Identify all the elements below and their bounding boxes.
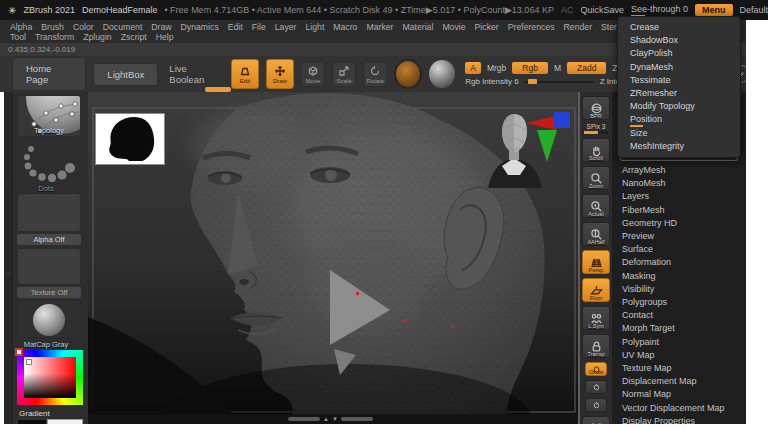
material-thumbnail[interactable]	[17, 300, 81, 338]
color-picker-sv-square[interactable]	[24, 357, 76, 398]
scrollbar-right-track[interactable]	[341, 417, 373, 421]
tool-subpalette-item[interactable]: Layers	[612, 190, 744, 203]
bpr-render-button[interactable]: BPR	[582, 96, 610, 120]
current-material-sphere[interactable]	[429, 60, 455, 88]
tool-subpalette-item[interactable]: Vector Displacement Map	[612, 402, 744, 415]
edit-mode-button[interactable]: Edit	[231, 59, 259, 89]
home-page-button[interactable]: Home Page	[12, 57, 86, 91]
solo-button[interactable]	[585, 380, 607, 394]
menu-item[interactable]: Zscript	[121, 32, 147, 42]
tool-subpalette-item[interactable]: FiberMesh	[612, 204, 744, 217]
aahalf-button[interactable]: AAHalf	[582, 222, 610, 246]
tool-subpalette-item[interactable]: Contact	[612, 309, 744, 322]
local-symmetry-button[interactable]: L.Sym	[582, 306, 610, 330]
menu-item[interactable]: Help	[156, 32, 174, 42]
scroll-up-icon[interactable]: ▲	[323, 416, 329, 422]
tool-subpalette-item[interactable]: Deformation	[612, 256, 744, 269]
tool-subpalette-item[interactable]: Texture Map	[612, 362, 744, 375]
draw-mode-button[interactable]: Draw	[266, 59, 294, 89]
menu-item[interactable]: Movie	[442, 22, 465, 32]
menu-item[interactable]: Dynamics	[181, 22, 219, 32]
menu-item[interactable]: File	[252, 22, 266, 32]
see-through-slider[interactable]: See-through 0	[631, 4, 688, 16]
zadd-toggle[interactable]: Zadd	[567, 62, 606, 74]
live-boolean-toggle[interactable]: Live Boolean	[169, 63, 220, 85]
menu-item[interactable]: Color	[73, 22, 94, 32]
document-viewport[interactable]: ▲ ▼	[88, 92, 578, 424]
stroke-type-thumbnail[interactable]	[21, 142, 77, 182]
ghost-button[interactable]: Ghost	[585, 362, 607, 376]
tool-subpalette-item[interactable]: Geometry HD	[612, 217, 744, 230]
dropdown-menu-item[interactable]: Tessimate	[618, 74, 740, 87]
z-axis-handle[interactable]	[554, 112, 570, 128]
tool-subpalette-item[interactable]: Polygroups	[612, 296, 744, 309]
menu-item[interactable]: Transform	[35, 32, 74, 42]
menu-item[interactable]: Alpha	[10, 22, 32, 32]
dropdown-menu-item[interactable]: Size	[618, 127, 740, 140]
tool-subpalette-item[interactable]: UV Map	[612, 349, 744, 362]
menu-item[interactable]: Material	[402, 22, 433, 32]
dropdown-menu-item[interactable]: Modify Topology	[618, 100, 740, 113]
tool-subpalette-item[interactable]: Visibility	[612, 283, 744, 296]
current-brush-thumbnail[interactable]: Topology	[17, 95, 81, 137]
menu-item[interactable]: Picker	[475, 22, 499, 32]
floor-button[interactable]: Floor	[582, 278, 610, 302]
alpha-thumbnail[interactable]	[17, 193, 81, 232]
dropdown-menu-item[interactable]: ShadowBox	[618, 34, 740, 47]
default-zscript-button[interactable]: DefaultZScript	[740, 5, 768, 15]
scroll-button[interactable]: Scroll	[582, 138, 610, 162]
tool-subpalette-item[interactable]: ArrayMesh	[612, 164, 744, 177]
texture-thumbnail[interactable]	[17, 248, 81, 285]
color-picker-cursor[interactable]	[26, 359, 32, 365]
menu-item[interactable]: Brush	[41, 22, 64, 32]
dynamic-view-button[interactable]	[585, 398, 607, 412]
menu-item[interactable]: Light	[305, 22, 324, 32]
rgb-intensity-slider[interactable]: Rgb Intensity 6	[465, 77, 593, 86]
perspective-button[interactable]: Persp	[582, 250, 610, 274]
menu-item[interactable]: Draw	[151, 22, 171, 32]
rgb-intensity-handle[interactable]	[528, 79, 537, 84]
zoom-button[interactable]: Zoom	[582, 166, 610, 190]
transparency-button[interactable]: Transp	[582, 334, 610, 358]
tool-subpalette-item[interactable]: Preview	[612, 230, 744, 243]
menu-item[interactable]: Marker	[366, 22, 393, 32]
menu-button[interactable]: Menu	[695, 4, 733, 16]
rgb-toggle[interactable]: Rgb	[512, 62, 548, 74]
tool-subpalette-item[interactable]: Surface	[612, 243, 744, 256]
menu-item[interactable]: Render	[564, 22, 593, 32]
axis-gizmo[interactable]	[520, 106, 576, 168]
y-axis-arrow[interactable]	[537, 130, 557, 162]
gyro-widget[interactable]	[394, 59, 422, 89]
move-mode-button[interactable]: Move	[301, 61, 325, 87]
menu-item[interactable]: Macro	[333, 22, 357, 32]
spix-track[interactable]	[584, 131, 608, 134]
menu-item[interactable]: Preferences	[508, 22, 555, 32]
tool-subpalette-item[interactable]: NanoMesh	[612, 177, 744, 190]
texture-off-label[interactable]: Texture Off	[17, 287, 81, 298]
tool-subpalette-item[interactable]: Morph Target	[612, 322, 744, 335]
lightbox-button[interactable]: LightBox	[93, 63, 158, 86]
tool-subpalette-item[interactable]: Normal Map	[612, 388, 744, 401]
dropdown-menu-item[interactable]: DynaMesh	[618, 61, 740, 74]
quicksave-button[interactable]: QuickSave	[580, 5, 624, 15]
head-silhouette-thumbnail[interactable]	[95, 113, 165, 165]
tool-subpalette-item[interactable]: Masking	[612, 270, 744, 283]
dropdown-menu-item[interactable]: Crease	[618, 21, 740, 34]
color-picker[interactable]	[17, 350, 83, 405]
scroll-down-icon[interactable]: ▼	[332, 416, 338, 422]
menu-item[interactable]: Document	[103, 22, 143, 32]
scrollbar-left-track[interactable]	[288, 417, 320, 421]
dropdown-menu-item[interactable]: MeshIntegrity	[618, 140, 740, 153]
m-toggle[interactable]: M	[554, 63, 561, 73]
menu-item[interactable]: Edit	[228, 22, 243, 32]
tool-subpalette-item[interactable]: Polypaint	[612, 336, 744, 349]
left-tray-divider[interactable]: ∷ ∷	[4, 92, 13, 424]
frame-button[interactable]: Frame	[582, 416, 610, 424]
gradient-label[interactable]: Gradient	[19, 409, 50, 418]
x-axis-arrow[interactable]	[526, 116, 556, 130]
dropdown-menu-item[interactable]: ZRemesher	[618, 87, 740, 100]
actual-size-button[interactable]: Actual	[582, 194, 610, 218]
anti-aliasing-button[interactable]: A	[465, 62, 481, 74]
menu-item[interactable]: Tool	[10, 32, 26, 42]
canvas-horizontal-scrollbar[interactable]: ▲ ▼	[88, 414, 578, 424]
